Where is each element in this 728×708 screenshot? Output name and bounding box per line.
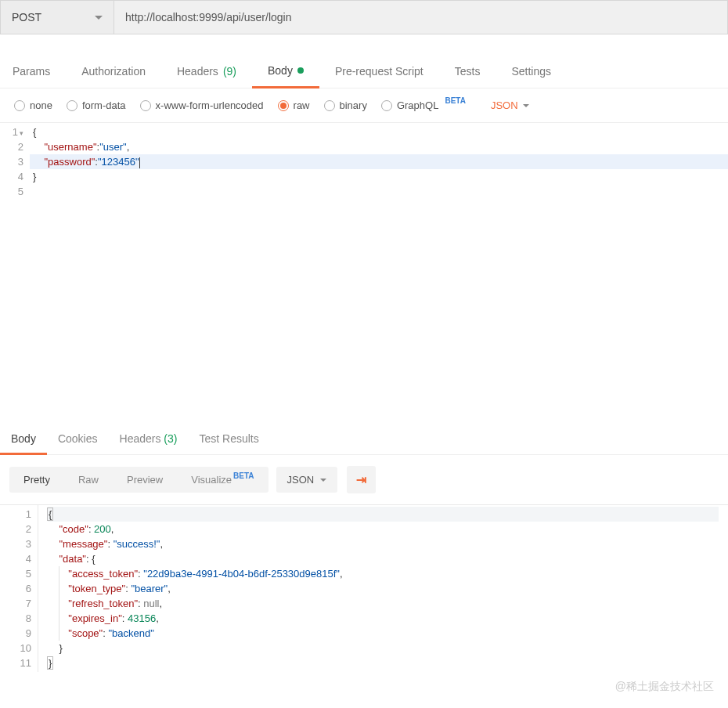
radio-graphql[interactable]: GraphQLBETA: [381, 99, 466, 111]
resp-tab-headers[interactable]: Headers (3): [109, 426, 189, 454]
raw-language-select[interactable]: JSON: [491, 99, 529, 111]
http-method-select[interactable]: POST: [1, 1, 114, 34]
response-code: { "code": 200, "message": "success!", "d…: [38, 505, 728, 672]
wrap-lines-icon: ⇥: [356, 473, 366, 486]
url-input[interactable]: http://localhost:9999/api/user/login: [114, 1, 727, 34]
beta-badge: BETA: [445, 96, 465, 105]
resp-tab-test-results[interactable]: Test Results: [188, 426, 269, 454]
http-method-value: POST: [12, 11, 41, 23]
radio-raw[interactable]: raw: [278, 99, 310, 111]
response-toolbar: Pretty Raw Preview VisualizeBETA JSON ⇥: [0, 455, 728, 504]
body-modified-dot-icon: [297, 67, 304, 74]
chevron-down-icon: [320, 479, 326, 482]
radio-form-data[interactable]: form-data: [67, 99, 126, 111]
request-code[interactable]: { "username":"user", "password":"123456"…: [30, 123, 728, 420]
request-bar: POST http://localhost:9999/api/user/logi…: [0, 0, 728, 34]
radio-binary[interactable]: binary: [324, 99, 367, 111]
headers-count: (9): [223, 65, 236, 78]
radio-none[interactable]: none: [14, 99, 52, 111]
btn-visualize[interactable]: VisualizeBETA: [177, 467, 268, 493]
btn-pretty[interactable]: Pretty: [9, 467, 64, 493]
request-body-editor[interactable]: 1 2 3 4 5 { "username":"user", "password…: [0, 122, 728, 420]
response-gutter: 1 2 3 4 5 6 7 8 9 10 11: [0, 505, 38, 672]
resp-headers-count: (3): [164, 432, 177, 445]
radio-x-www-form-urlencoded[interactable]: x-www-form-urlencoded: [140, 99, 264, 111]
chevron-down-icon: [523, 104, 529, 107]
resp-tab-cookies[interactable]: Cookies: [47, 426, 109, 454]
tab-headers[interactable]: Headers (9): [161, 56, 252, 88]
tab-body[interactable]: Body: [252, 56, 319, 88]
tab-prerequest-script[interactable]: Pre-request Script: [319, 56, 439, 88]
text-cursor-icon: [139, 157, 140, 168]
tab-settings[interactable]: Settings: [496, 56, 567, 88]
beta-badge: BETA: [233, 471, 254, 480]
chevron-down-icon: [95, 16, 103, 20]
body-type-row: none form-data x-www-form-urlencoded raw…: [0, 88, 728, 122]
response-tabs: Body Cookies Headers (3) Test Results: [0, 420, 728, 455]
tab-params[interactable]: Params: [0, 56, 66, 88]
request-gutter: 1 2 3 4 5: [0, 123, 30, 420]
url-value: http://localhost:9999/api/user/login: [125, 11, 291, 23]
btn-preview[interactable]: Preview: [113, 467, 177, 493]
wrap-lines-button[interactable]: ⇥: [347, 466, 376, 493]
view-mode-group: Pretty Raw Preview VisualizeBETA: [9, 467, 268, 493]
tab-authorization[interactable]: Authorization: [66, 56, 161, 88]
response-language-select[interactable]: JSON: [276, 467, 338, 493]
request-tabs: Params Authorization Headers (9) Body Pr…: [0, 56, 728, 88]
tab-tests[interactable]: Tests: [439, 56, 496, 88]
resp-tab-body[interactable]: Body: [0, 426, 47, 455]
btn-raw[interactable]: Raw: [64, 467, 113, 493]
response-body-editor[interactable]: 1 2 3 4 5 6 7 8 9 10 11 { "code": 200, "…: [0, 504, 728, 672]
